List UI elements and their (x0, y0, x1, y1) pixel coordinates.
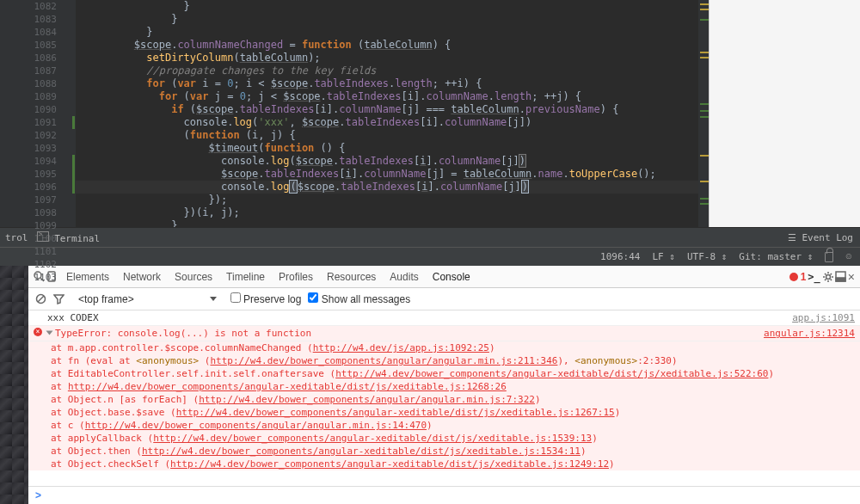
line-number: 1102 (0, 258, 57, 271)
console-output[interactable]: xxx CODEXapp.js:1091×TypeError: console.… (28, 310, 860, 486)
editor-minimap[interactable] (698, 0, 709, 227)
devtools-tab-profiles[interactable]: Profiles (272, 267, 320, 286)
clear-console-icon[interactable] (35, 293, 46, 304)
error-count-badge[interactable]: 1 (789, 271, 807, 283)
code-editor[interactable]: 1082108310841085108610871088108910901091… (0, 0, 860, 227)
stack-source-link[interactable]: http://w4.dev/bower_components/angular/a… (85, 420, 427, 431)
file-encoding[interactable]: UTF-8 ⇕ (687, 251, 727, 262)
source-link[interactable]: angular.js:12314 (764, 328, 855, 339)
devtools-tab-network[interactable]: Network (116, 267, 168, 286)
code-line[interactable]: }); (76, 194, 698, 206)
line-number: 1087 (0, 65, 57, 77)
stack-frame[interactable]: at fn (eval at <anonymous> (http://w4.de… (28, 354, 860, 367)
svg-rect-5 (836, 278, 845, 281)
devtools-tab-elements[interactable]: Elements (59, 267, 116, 286)
devtools-tab-timeline[interactable]: Timeline (219, 267, 272, 286)
editor-side-panel (709, 0, 860, 227)
line-number: 1094 (0, 155, 57, 168)
line-number: 1092 (0, 129, 57, 142)
stack-frame[interactable]: at EditableController.self.init.self.ona… (28, 367, 860, 380)
stack-frame[interactable]: at Object.base.$save (http://w4.dev/bowe… (28, 406, 860, 419)
disclosure-triangle-icon[interactable] (46, 331, 53, 335)
line-number: 1089 (0, 90, 57, 103)
source-link[interactable]: app.js:1091 (792, 312, 855, 323)
stack-source-link[interactable]: http://w4.dev/bower_components/angular-x… (142, 446, 580, 457)
desktop-background-strip (0, 266, 28, 504)
dock-icon[interactable] (835, 271, 846, 282)
lock-icon[interactable] (825, 252, 833, 262)
caret-position[interactable]: 1096:44 (600, 251, 640, 262)
line-number: 1085 (0, 39, 57, 52)
stack-source-link[interactable]: http://w4.dev/bower_components/angular-x… (335, 368, 768, 379)
code-line[interactable]: //propagate changes to the key fields (76, 65, 698, 77)
line-number: 1090 (0, 103, 57, 116)
devtools-tab-console[interactable]: Console (426, 267, 477, 286)
console-filter-bar: <top frame> Preserve log Show all messag… (28, 288, 860, 310)
code-line[interactable]: $scope.tableIndexes[i].columnName[j] = t… (76, 168, 698, 181)
prompt-chevron-icon: > (35, 489, 41, 501)
stack-source-link[interactable]: http://w4.dev/bower_components/angular-x… (170, 458, 609, 470)
chevron-down-icon (210, 297, 217, 301)
show-drawer-icon[interactable]: >_ (808, 271, 820, 283)
stack-frame[interactable]: at m.app.controller.$scope.columnNameCha… (28, 341, 860, 354)
terminal-icon (37, 231, 49, 242)
code-line[interactable]: console.log('xxx', $scope.tableIndexes[i… (76, 116, 698, 129)
code-line[interactable]: for (var j = 0; j < $scope.tableIndexes[… (76, 90, 698, 103)
code-line[interactable]: } (76, 13, 698, 26)
code-line[interactable]: console.log($scope.tableIndexes[i].colum… (76, 155, 698, 168)
stack-frame[interactable]: at Object.checkSelf (http://w4.dev/bower… (28, 458, 860, 470)
git-branch[interactable]: Git: master ⇕ (739, 251, 813, 262)
line-number: 1101 (0, 245, 57, 258)
line-number: 1093 (0, 142, 57, 155)
line-number: 1095 (0, 168, 57, 181)
stack-frame[interactable]: at http://w4.dev/bower_components/angula… (28, 380, 860, 393)
devtools-tab-resources[interactable]: Resources (320, 267, 383, 286)
frame-selector[interactable]: <top frame> (71, 292, 224, 307)
line-number: 1097 (0, 194, 57, 206)
ide-tool-window-bar: trol Terminal ☰ Event Log (0, 227, 860, 247)
stack-source-link[interactable]: http://w4.dev/bower_components/angular/a… (199, 394, 535, 405)
code-line[interactable]: if ($scope.tableIndexes[i].columnName[j]… (76, 103, 698, 116)
hector-icon[interactable]: ☺ (845, 251, 851, 262)
line-number: 1082 (0, 0, 57, 13)
code-line[interactable]: } (76, 0, 698, 13)
devtools-tab-audits[interactable]: Audits (383, 267, 425, 286)
line-number: 1086 (0, 52, 57, 65)
line-number: 1103 (0, 271, 57, 284)
code-area[interactable]: } } } $scope.columnNameChanged = functio… (76, 0, 698, 227)
filter-icon[interactable] (53, 293, 64, 304)
close-icon[interactable]: × (848, 270, 855, 284)
devtools-tab-sources[interactable]: Sources (168, 267, 219, 286)
stack-source-link[interactable]: http://w4.dev/js/app.js:1092:25 (313, 342, 489, 353)
console-error-row[interactable]: ×TypeError: console.log(...) is not a fu… (28, 326, 860, 341)
stack-source-link[interactable]: http://w4.dev/bower_components/angular-x… (153, 433, 592, 444)
ide-status-bar: 1096:44 LF ⇕ UTF-8 ⇕ Git: master ⇕ ☺ (0, 247, 860, 266)
console-log-row[interactable]: xxx CODEXapp.js:1091 (28, 310, 860, 326)
code-line[interactable]: $timeout(function () { (76, 142, 698, 155)
stack-source-link[interactable]: http://w4.dev/bower_components/angular/a… (210, 355, 557, 366)
line-number: 1084 (0, 26, 57, 39)
stack-source-link[interactable]: http://w4.dev/bower_components/angular-x… (176, 407, 615, 418)
gear-icon[interactable] (822, 271, 833, 282)
code-line[interactable]: })(i, j); (76, 206, 698, 219)
line-number: 1083 (0, 13, 57, 26)
preserve-log-checkbox[interactable]: Preserve log (230, 292, 302, 305)
stack-frame[interactable]: at c (http://w4.dev/bower_components/ang… (28, 419, 860, 432)
code-line[interactable]: setDirtyColumn(tableColumn); (76, 52, 698, 65)
line-separator[interactable]: LF ⇕ (652, 251, 675, 262)
code-line[interactable]: $scope.columnNameChanged = function (tab… (76, 39, 698, 52)
stack-source-link[interactable]: http://w4.dev/bower_components/angular-x… (68, 381, 507, 392)
stack-frame[interactable]: at Object.then (http://w4.dev/bower_comp… (28, 445, 860, 458)
devtools-tab-bar: ElementsNetworkSourcesTimelineProfilesRe… (28, 266, 860, 288)
code-line[interactable]: for (var i = 0; i < $scope.tableIndexes.… (76, 77, 698, 90)
line-number-gutter: 1082108310841085108610871088108910901091… (0, 0, 76, 227)
code-line[interactable]: console.log($scope.tableIndexes[i].colum… (76, 181, 698, 194)
code-line[interactable]: (function (i, j) { (76, 129, 698, 142)
console-prompt[interactable]: > (28, 486, 860, 504)
stack-frame[interactable]: at applyCallback (http://w4.dev/bower_co… (28, 432, 860, 445)
code-line[interactable]: } (76, 26, 698, 39)
stack-frame[interactable]: at Object.n [as forEach] (http://w4.dev/… (28, 393, 860, 406)
show-all-messages-checkbox[interactable]: Show all messages (308, 292, 410, 305)
code-line[interactable]: } (76, 219, 698, 227)
event-log-tab[interactable]: ☰ Event Log (788, 232, 853, 243)
